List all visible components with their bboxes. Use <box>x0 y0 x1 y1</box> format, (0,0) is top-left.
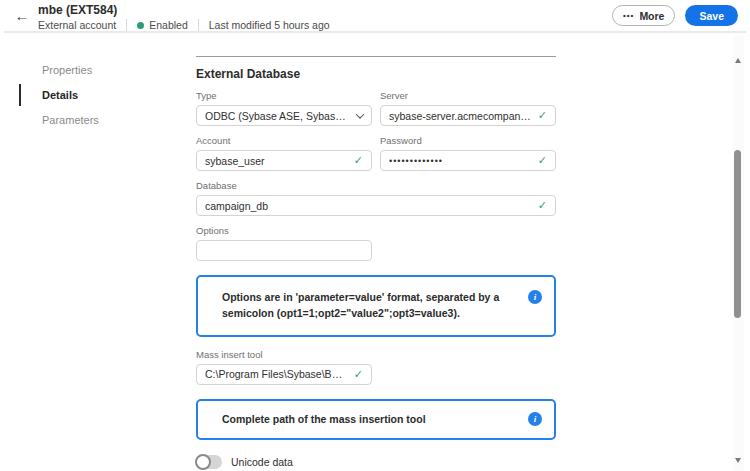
page-title: mbe (EXT584) <box>38 3 330 17</box>
save-button-label: Save <box>699 10 724 22</box>
toggle-knob <box>195 454 211 470</box>
valid-check-icon: ✓ <box>354 368 363 381</box>
form-row: Account sybase_user ✓ Password •••••••••… <box>196 135 556 171</box>
chevron-down-icon <box>356 110 364 118</box>
back-button[interactable]: ← <box>12 6 32 26</box>
mass-insert-tool-field: Mass insert tool C:\Program Files\Sybase… <box>196 349 372 385</box>
save-button[interactable]: Save <box>685 5 738 26</box>
form-row: Type ODBC (Sybase ASE, Sybase IQ) Server… <box>196 90 556 126</box>
header-actions: ••• More Save <box>612 5 738 26</box>
divider <box>126 19 127 31</box>
more-button[interactable]: ••• More <box>612 5 676 26</box>
password-label: Password <box>380 135 556 146</box>
options-field: Options <box>196 225 372 261</box>
account-input[interactable]: sybase_user ✓ <box>196 150 372 171</box>
sidebar-item-label: Details <box>42 89 78 101</box>
sidebar-item-parameters[interactable]: Parameters <box>19 114 196 126</box>
last-modified-text: Last modified 5 hours ago <box>209 19 330 31</box>
section-title: External Database <box>196 67 556 81</box>
database-field: Database campaign_db ✓ <box>196 180 556 216</box>
mass-tool-info-text: Complete path of the mass insertion tool <box>222 412 518 428</box>
valid-check-icon: ✓ <box>538 154 547 167</box>
mass-insert-tool-input[interactable]: C:\Program Files\Sybase\BulkLoad\bulkloa… <box>196 364 372 385</box>
type-field: Type ODBC (Sybase ASE, Sybase IQ) <box>196 90 372 126</box>
divider <box>198 19 199 31</box>
options-label: Options <box>196 225 372 236</box>
vertical-scrollbar[interactable] <box>733 36 744 471</box>
options-info-box: Options are in 'parameter=value' format,… <box>196 275 556 337</box>
server-label: Server <box>380 90 556 101</box>
type-label: Type <box>196 90 372 101</box>
sidebar-item-label: Properties <box>42 64 92 76</box>
status-badge: Enabled <box>149 19 188 31</box>
info-icon: i <box>528 412 542 426</box>
server-input[interactable]: sybase-server.acmecompany.com ✓ <box>380 105 556 126</box>
valid-check-icon: ✓ <box>354 154 363 167</box>
password-field: Password ••••••••••••• ✓ <box>380 135 556 171</box>
subtitle-row: External account Enabled Last modified 5… <box>38 19 330 31</box>
status-dot-icon <box>137 22 144 29</box>
database-label: Database <box>196 180 556 191</box>
sidebar-item-label: Parameters <box>42 114 99 126</box>
server-field: Server sybase-server.acmecompany.com ✓ <box>380 90 556 126</box>
form-row: Options <box>196 225 556 261</box>
database-value: campaign_db <box>205 200 532 212</box>
sidebar-nav: Properties Details Parameters <box>0 33 196 471</box>
external-account-page: ← mbe (EXT584) External account Enabled … <box>0 0 750 471</box>
unicode-toggle[interactable] <box>196 455 222 469</box>
account-value: sybase_user <box>205 155 348 167</box>
details-form: External Database Type ODBC (Sybase ASE,… <box>196 33 556 471</box>
more-button-label: More <box>639 10 664 22</box>
server-value: sybase-server.acmecompany.com <box>389 110 532 122</box>
options-info-text: Options are in 'parameter=value' format,… <box>222 290 518 322</box>
sidebar-item-properties[interactable]: Properties <box>19 64 196 76</box>
unicode-toggle-label: Unicode data <box>231 455 293 470</box>
mass-insert-tool-value: C:\Program Files\Sybase\BulkLoad\bulkloa… <box>205 368 348 380</box>
valid-check-icon: ✓ <box>538 199 547 212</box>
form-row: Database campaign_db ✓ <box>196 180 556 216</box>
unicode-toggle-row: Unicode data <box>196 455 556 470</box>
valid-check-icon: ✓ <box>538 109 547 122</box>
database-input[interactable]: campaign_db ✓ <box>196 195 556 216</box>
scroll-up-arrow-icon[interactable] <box>735 58 741 63</box>
more-dots-icon: ••• <box>623 11 634 20</box>
password-input[interactable]: ••••••••••••• ✓ <box>380 150 556 171</box>
account-type-label: External account <box>38 19 116 31</box>
section-divider <box>196 56 556 57</box>
password-value: ••••••••••••• <box>389 156 532 166</box>
scroll-down-arrow-icon[interactable] <box>735 458 741 463</box>
account-label: Account <box>196 135 372 146</box>
body-row: Properties Details Parameters External D… <box>0 33 750 471</box>
info-icon: i <box>528 290 542 304</box>
scrollbar-thumb[interactable] <box>734 150 741 318</box>
back-arrow-icon: ← <box>15 7 30 24</box>
mass-tool-info-box: Complete path of the mass insertion tool… <box>196 399 556 441</box>
type-value: ODBC (Sybase ASE, Sybase IQ) <box>205 110 351 122</box>
page-header: ← mbe (EXT584) External account Enabled … <box>0 0 750 33</box>
active-indicator-bar <box>19 84 21 106</box>
mass-insert-tool-label: Mass insert tool <box>196 349 372 360</box>
type-select[interactable]: ODBC (Sybase ASE, Sybase IQ) <box>196 105 372 126</box>
sidebar-item-details[interactable]: Details <box>19 89 196 101</box>
options-input[interactable] <box>196 240 372 261</box>
form-row: Mass insert tool C:\Program Files\Sybase… <box>196 349 556 385</box>
account-field: Account sybase_user ✓ <box>196 135 372 171</box>
title-block: mbe (EXT584) External account Enabled La… <box>38 3 330 31</box>
